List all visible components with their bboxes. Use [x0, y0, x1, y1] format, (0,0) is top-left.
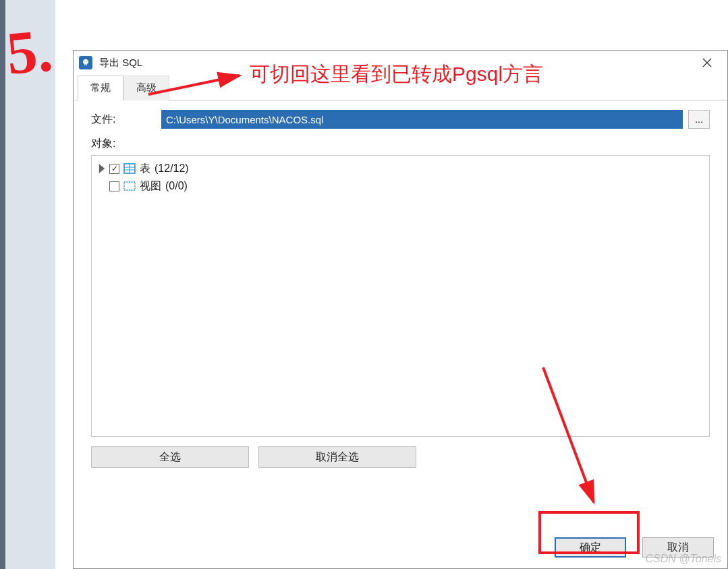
- views-checkbox[interactable]: [109, 181, 119, 191]
- annotation-arrow-icon: [142, 67, 250, 101]
- objects-label: 对象:: [91, 137, 710, 151]
- tree-item-views[interactable]: 视图 (0/0): [97, 177, 704, 195]
- deselect-all-button[interactable]: 取消全选: [258, 446, 416, 468]
- view-icon: [123, 180, 136, 192]
- views-label: 视图: [140, 179, 161, 193]
- tables-checkbox[interactable]: [109, 164, 119, 174]
- select-all-button[interactable]: 全选: [91, 446, 249, 468]
- table-icon: [123, 162, 136, 175]
- tables-label: 表: [140, 162, 150, 176]
- tab-general[interactable]: 常规: [78, 76, 123, 100]
- tree-item-tables[interactable]: 表 (12/12): [97, 160, 704, 177]
- annotation-arrow-icon: [536, 361, 611, 516]
- annotation-note: 可切回这里看到已转成Pgsql方言: [250, 61, 543, 88]
- tables-count: (12/12): [155, 162, 189, 175]
- views-count: (0/0): [165, 180, 188, 192]
- objects-tree[interactable]: 表 (12/12) 视图 (0/0): [91, 155, 710, 437]
- ok-button[interactable]: 确定: [555, 537, 626, 558]
- close-button[interactable]: [692, 53, 722, 73]
- svg-rect-4: [124, 182, 135, 190]
- export-sql-dialog: 导出 SQL 常规 高级 文件: ... 对象: 表 (12/: [73, 50, 728, 569]
- close-icon: [702, 58, 712, 67]
- dialog-content: 文件: ... 对象: 表 (12/12): [74, 100, 727, 480]
- annotation-step-number: 5.: [4, 15, 55, 88]
- watermark-text: CSDN @Tonels: [645, 553, 721, 565]
- svg-line-6: [543, 367, 594, 502]
- dialog-title: 导出 SQL: [99, 57, 142, 69]
- chevron-right-icon[interactable]: [97, 164, 107, 173]
- svg-line-5: [148, 76, 240, 94]
- elephant-icon: [79, 56, 92, 69]
- file-path-input[interactable]: [161, 110, 683, 129]
- browse-button[interactable]: ...: [688, 110, 710, 129]
- file-label: 文件:: [91, 113, 161, 127]
